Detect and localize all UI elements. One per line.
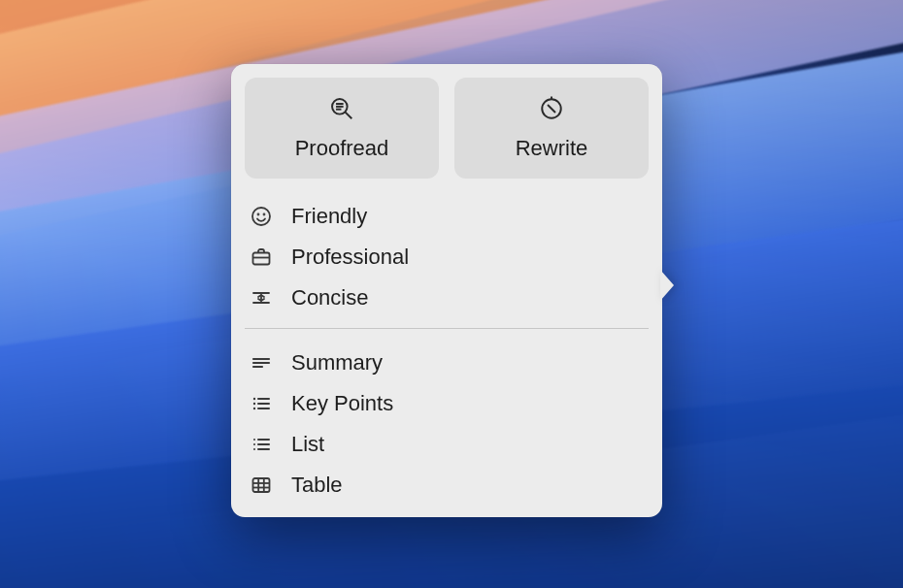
keypoints-icon <box>249 392 274 415</box>
svg-rect-11 <box>253 253 270 265</box>
smiley-icon <box>249 205 274 228</box>
svg-point-8 <box>252 208 270 225</box>
list-icon <box>249 433 274 456</box>
format-item-label: Table <box>291 473 343 498</box>
proofread-label: Proofread <box>295 136 389 161</box>
concise-icon <box>249 286 274 310</box>
briefcase-icon <box>249 245 274 269</box>
tone-item-label: Professional <box>291 245 409 270</box>
tone-item-friendly[interactable]: Friendly <box>247 196 647 237</box>
section-divider <box>245 328 649 329</box>
proofread-button[interactable]: Proofread <box>245 78 439 179</box>
tone-item-concise[interactable]: Concise <box>247 278 647 318</box>
rewrite-button[interactable]: Rewrite <box>454 78 649 179</box>
table-icon <box>249 474 274 497</box>
svg-point-24 <box>253 439 255 441</box>
tone-item-professional[interactable]: Professional <box>247 237 647 278</box>
summary-icon <box>249 351 274 375</box>
format-item-summary[interactable]: Summary <box>247 343 647 383</box>
svg-point-20 <box>253 408 255 409</box>
svg-point-9 <box>258 214 259 215</box>
svg-rect-30 <box>253 478 270 492</box>
svg-line-1 <box>346 112 352 118</box>
tone-item-label: Friendly <box>291 204 367 229</box>
proofread-icon <box>329 96 354 124</box>
rewrite-icon <box>539 96 564 124</box>
svg-point-10 <box>264 214 265 215</box>
format-item-label: Summary <box>291 350 383 376</box>
svg-point-26 <box>253 448 255 450</box>
svg-point-19 <box>253 403 255 405</box>
rewrite-label: Rewrite <box>516 136 588 161</box>
tone-item-label: Concise <box>291 285 368 310</box>
format-section: Summary Key Points <box>245 339 649 507</box>
format-item-list[interactable]: List <box>247 424 647 465</box>
format-item-table[interactable]: Table <box>247 465 647 506</box>
svg-line-7 <box>548 104 555 112</box>
svg-point-25 <box>253 443 255 445</box>
format-item-label: Key Points <box>291 391 393 416</box>
writing-tools-popover: Proofread Rewrite <box>231 64 662 517</box>
primary-actions-row: Proofread Rewrite <box>245 78 649 179</box>
svg-point-18 <box>253 398 255 400</box>
format-item-label: List <box>291 432 324 457</box>
tone-section: Friendly Professional <box>245 192 649 320</box>
format-item-keypoints[interactable]: Key Points <box>247 383 647 424</box>
